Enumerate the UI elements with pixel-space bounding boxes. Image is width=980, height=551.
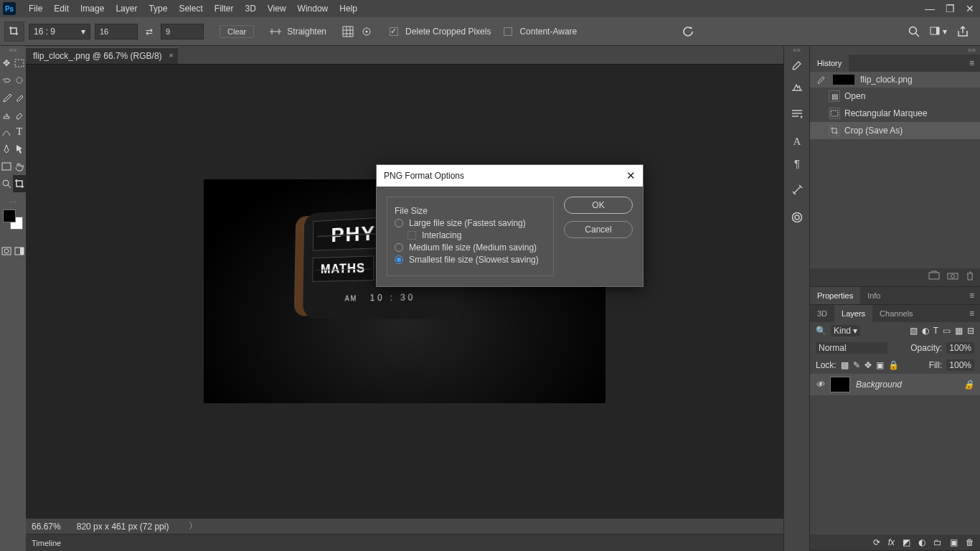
lock-all-icon[interactable]: 🔒 [888,360,899,370]
straighten-label[interactable]: Straighten [287,27,326,37]
menu-window[interactable]: Window [292,0,334,17]
status-chevron-icon[interactable]: 〉 [189,520,197,532]
menu-view[interactable]: View [262,0,292,17]
filter-pixel-icon[interactable]: ▧ [910,326,918,336]
filter-toggle-icon[interactable]: ⊟ [967,326,974,336]
new-snapshot-icon[interactable] [947,271,958,283]
crop-tool-indicator-icon[interactable] [4,22,24,42]
history-step-crop[interactable]: Crop (Save As) [810,122,980,139]
color-swatches[interactable] [3,209,23,230]
delete-state-icon[interactable] [966,271,974,283]
menu-image[interactable]: Image [75,0,110,17]
crop-ratio-select[interactable]: 16 : 9▾ [29,24,90,39]
history-step-open[interactable]: ▤Open [810,88,980,105]
character-panel-icon[interactable]: A [784,131,810,152]
menu-filter[interactable]: Filter [209,0,240,17]
history-step-marquee[interactable]: Rectangular Marquee [810,105,980,122]
workspace-select-icon[interactable]: ▾ [931,24,946,39]
pen-tool[interactable] [0,141,13,158]
tool-presets-panel-icon[interactable] [784,179,810,201]
content-aware-checkbox[interactable] [504,27,512,36]
lock-position-icon[interactable]: ✥ [864,360,872,370]
menu-help[interactable]: Help [334,0,363,17]
properties-tab[interactable]: Properties [810,287,860,304]
history-source[interactable]: flip_clock.png [810,72,980,88]
straighten-icon[interactable] [268,24,283,39]
quick-mask-icon[interactable] [0,242,13,260]
filter-type-icon[interactable]: T [933,326,938,336]
lock-artboard-icon[interactable]: ▣ [876,360,884,370]
search-icon[interactable] [907,24,921,39]
properties-menu-icon[interactable]: ≡ [963,291,980,301]
layer-mask-icon[interactable]: ◩ [903,537,910,547]
window-close-button[interactable]: ✕ [960,0,980,17]
layer-filter-select[interactable]: Kind ▾ [831,325,860,336]
delete-cropped-checkbox[interactable] [390,27,398,36]
layer-group-icon[interactable]: 🗀 [933,537,942,547]
menu-select[interactable]: Select [173,0,208,17]
menu-3d[interactable]: 3D [239,0,261,17]
crop-settings-icon[interactable] [359,24,374,39]
window-restore-button[interactable]: ❐ [940,0,960,17]
clear-button[interactable]: Clear [220,25,254,38]
history-tab[interactable]: History [810,55,849,72]
crop-width-input[interactable]: 16 [95,24,138,39]
paragraph-styles-panel-icon[interactable] [784,103,810,125]
crop-height-input[interactable]: 9 [161,24,204,39]
layer-lock-icon[interactable]: 🔒 [963,380,974,390]
opacity-input[interactable]: 100% [946,342,974,354]
new-layer-icon[interactable]: ▣ [950,537,958,547]
layer-row-background[interactable]: 👁 Background 🔒 [810,374,980,395]
quick-select-tool[interactable] [13,72,26,89]
zoom-tool[interactable] [0,175,13,192]
tool-panel-grip[interactable]: «« [0,46,26,55]
brush-tool[interactable] [13,89,26,106]
history-menu-icon[interactable]: ≡ [963,58,980,68]
share-icon[interactable] [956,24,970,39]
menu-edit[interactable]: Edit [48,0,75,17]
hand-tool[interactable] [13,158,26,175]
swap-dimensions-icon[interactable]: ⇄ [142,24,156,39]
option-medium-file[interactable]: Medium file size (Medium saving) [395,242,546,253]
eraser-tool[interactable] [13,106,26,123]
libraries-panel-icon[interactable] [784,207,810,228]
adjustment-layer-icon[interactable]: ◐ [918,537,925,547]
delete-layer-icon[interactable]: 🗑 [966,537,974,547]
layer-fx-icon[interactable]: fx [888,537,895,547]
rect-marquee-tool[interactable] [13,55,26,72]
option-smallest-file[interactable]: Smallest file size (Slowest saving) [395,255,546,265]
filter-smart-icon[interactable]: ▦ [955,326,963,336]
ok-button[interactable]: OK [564,197,633,214]
layer-name[interactable]: Background [856,380,902,390]
info-tab[interactable]: Info [860,287,887,304]
channels-tab[interactable]: Channels [872,305,920,322]
move-tool[interactable]: ✥ [0,55,13,72]
timeline-panel-tab[interactable]: Timeline [26,534,783,551]
clone-stamp-tool[interactable] [0,106,13,123]
brushes-panel-icon[interactable] [784,55,810,76]
eyedropper-tool[interactable] [0,89,13,106]
lock-transparent-icon[interactable]: ▩ [841,360,849,370]
link-layers-icon[interactable]: ⟳ [873,537,880,547]
menu-type[interactable]: Type [143,0,173,17]
screen-mode-icon[interactable] [13,242,26,260]
reset-crop-icon[interactable] [682,24,696,39]
rectangle-tool[interactable] [0,158,13,175]
dialog-close-button[interactable]: ✕ [626,169,636,182]
lock-paint-icon[interactable]: ✎ [853,360,860,370]
dock-grip[interactable]: «« [784,46,809,55]
type-tool[interactable]: T [13,123,26,141]
filter-adjust-icon[interactable]: ◐ [922,326,929,336]
menu-file[interactable]: File [23,0,48,17]
menu-layer[interactable]: Layer [110,0,143,17]
document-dimensions[interactable]: 820 px x 461 px (72 ppi) [77,522,169,532]
close-tab-icon[interactable]: × [169,51,173,60]
brush-settings-panel-icon[interactable] [784,76,810,98]
crop-tool[interactable] [13,175,26,192]
cancel-button[interactable]: Cancel [564,221,633,238]
panels-grip[interactable]: »» [810,46,980,55]
direct-select-tool[interactable] [13,141,26,158]
option-large-file[interactable]: Large file size (Fastest saving) [395,218,546,228]
fill-input[interactable]: 100% [946,359,974,371]
canvas-area[interactable]: PHYSICS MATHS ENGLISH AM 10 : 30 [26,65,783,518]
